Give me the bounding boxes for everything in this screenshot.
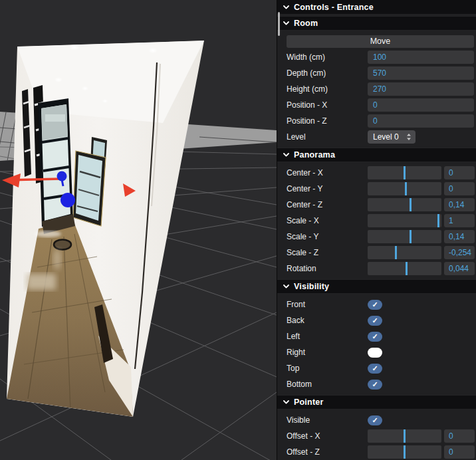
row-top: Top✓ — [277, 360, 476, 376]
row-label: Center - X — [287, 168, 368, 177]
section-header-visibility[interactable]: Visibility — [277, 279, 476, 294]
bottom-checkbox[interactable]: ✓ — [368, 380, 382, 390]
row-label: Level — [287, 132, 368, 142]
height-cm-input[interactable] — [368, 82, 474, 96]
updown-caret-icon — [406, 133, 412, 141]
width-cm-input[interactable] — [368, 51, 474, 64]
row-label: Scale - Y — [287, 232, 368, 241]
section-header-room[interactable]: Room — [277, 16, 476, 31]
row-label: Rotation — [287, 264, 368, 273]
slider-tick[interactable] — [410, 230, 412, 243]
row-label: Front — [287, 300, 368, 309]
chevron-down-icon — [283, 400, 289, 404]
row-label: Top — [287, 364, 368, 373]
right-checkbox[interactable] — [368, 348, 382, 358]
scale-z-slider[interactable] — [368, 246, 441, 259]
row-position-x: Position - X — [277, 97, 476, 113]
scale-y-value[interactable]: 0,14 — [444, 230, 475, 243]
row-label: Bottom — [287, 380, 368, 389]
row-height-cm: Height (cm) — [277, 81, 476, 97]
position-x-input[interactable] — [368, 98, 474, 112]
slider-tick[interactable] — [410, 198, 412, 211]
3d-viewport[interactable] — [0, 0, 277, 460]
row-center-z: Center - Z0,14 — [277, 197, 476, 213]
offset-x-slider[interactable] — [368, 429, 441, 443]
position-z-input[interactable] — [368, 114, 474, 128]
row-label: Left — [287, 332, 368, 341]
row-label: Position - X — [287, 100, 368, 110]
row-label: Height (cm) — [287, 84, 368, 94]
slider-tick[interactable] — [405, 182, 407, 195]
row-visible: Visible✓ — [277, 412, 476, 428]
section-header-panorama[interactable]: Panorama — [277, 148, 476, 162]
section-body-visibility: Front✓Back✓Left✓RightTop✓Bottom✓ — [277, 294, 476, 395]
row-front: Front✓ — [277, 296, 476, 312]
section-title: Pointer — [294, 398, 323, 407]
panel-title-bar[interactable]: Controls - Entrance — [277, 0, 476, 15]
scale-x-value[interactable]: 1 — [444, 214, 475, 227]
chevron-down-icon — [283, 285, 289, 288]
row-label: Center - Y — [287, 184, 368, 193]
rotation-slider[interactable] — [368, 262, 441, 275]
handle-small[interactable] — [57, 172, 67, 181]
row-label: Depth (cm) — [287, 68, 368, 78]
center-z-slider[interactable] — [368, 198, 441, 211]
left-checkbox[interactable]: ✓ — [368, 332, 382, 342]
slider-tick[interactable] — [404, 429, 406, 443]
center-x-value[interactable]: 0 — [444, 166, 475, 179]
section-body-pointer: Visible✓Offset - X0Offset - Z0 — [277, 409, 476, 460]
select-value: Level 0 — [373, 132, 399, 142]
chevron-down-icon — [283, 153, 289, 157]
row-right: Right — [277, 344, 476, 360]
back-checkbox[interactable]: ✓ — [368, 316, 382, 326]
slider-tick[interactable] — [395, 246, 397, 259]
scale-y-slider[interactable] — [368, 230, 441, 243]
row-position-z: Position - Z — [277, 113, 476, 129]
row-label: Right — [287, 348, 368, 357]
offset-x-value[interactable]: 0 — [444, 429, 475, 443]
slider-tick[interactable] — [404, 166, 406, 179]
section-body-room: MoveWidth (cm)Depth (cm)Height (cm)Posit… — [277, 31, 476, 148]
chevron-down-icon — [283, 21, 289, 25]
move-button[interactable]: Move — [287, 35, 474, 48]
row-label: Back — [287, 316, 368, 325]
slider-tick[interactable] — [437, 214, 439, 227]
center-y-slider[interactable] — [368, 182, 441, 195]
row-label: Offset - X — [287, 431, 368, 441]
scale-x-slider[interactable] — [368, 214, 441, 227]
visible-checkbox[interactable]: ✓ — [368, 415, 382, 425]
row-level: LevelLevel 0 — [277, 129, 476, 145]
row-label: Scale - X — [287, 216, 368, 225]
center-x-slider[interactable] — [368, 166, 441, 179]
row-scale-x: Scale - X1 — [277, 213, 476, 229]
controls-panel: Controls - Entrance RoomMoveWidth (cm)De… — [277, 0, 476, 460]
row-offset-x: Offset - X0 — [277, 428, 476, 444]
section-title: Panorama — [294, 150, 335, 160]
center-y-value[interactable]: 0 — [444, 182, 475, 195]
offset-z-slider[interactable] — [368, 445, 441, 459]
row-label: Width (cm) — [287, 53, 368, 62]
row-label: Offset - Z — [287, 447, 368, 457]
scene-canvas[interactable] — [0, 0, 277, 460]
scrollbar-thumb[interactable] — [278, 12, 280, 36]
hallway-end-window — [38, 98, 73, 227]
section-body-panorama: Center - X0Center - Y0Center - Z0,14Scal… — [277, 162, 476, 279]
row-offset-z: Offset - Z0 — [277, 444, 476, 460]
panel-title: Controls - Entrance — [294, 3, 374, 12]
section-title: Room — [294, 19, 318, 28]
handle-large[interactable] — [60, 193, 75, 207]
depth-cm-input[interactable] — [368, 66, 474, 80]
slider-tick[interactable] — [404, 445, 406, 459]
row-bottom: Bottom✓ — [277, 376, 476, 392]
rotation-value[interactable]: 0,044 — [444, 262, 475, 275]
row-label: Center - Z — [287, 200, 368, 209]
floor-drain — [54, 240, 71, 250]
center-z-value[interactable]: 0,14 — [444, 198, 475, 211]
scale-z-value[interactable]: -0,254 — [444, 246, 475, 259]
section-header-pointer[interactable]: Pointer — [277, 395, 476, 409]
level-select[interactable]: Level 0 — [368, 130, 416, 144]
offset-z-value[interactable]: 0 — [444, 445, 475, 459]
front-checkbox[interactable]: ✓ — [368, 300, 382, 310]
slider-tick[interactable] — [406, 262, 408, 275]
top-checkbox[interactable]: ✓ — [368, 364, 382, 374]
